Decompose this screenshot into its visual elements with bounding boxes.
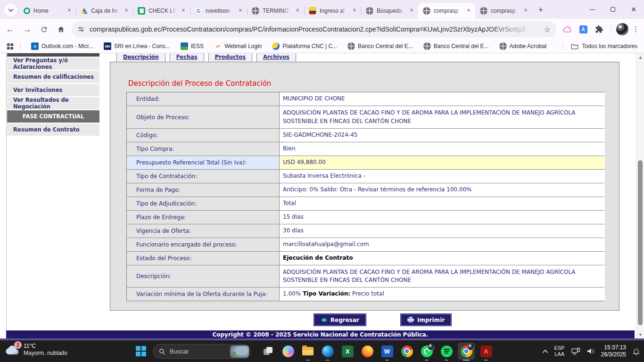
firefox-icon[interactable] — [357, 340, 377, 362]
forward-button[interactable]: → — [20, 22, 34, 36]
bookmark-outlook[interactable]: O Outlook.com - Micr... — [31, 42, 93, 50]
row-label: Estado del Proceso: — [127, 252, 280, 265]
tab-fechas[interactable]: Fechas — [170, 53, 204, 62]
browser-tab[interactable]: Home × — [19, 3, 76, 19]
url-text[interactable]: compraspublicas.gob.ec/ProcesoContrataci… — [90, 25, 540, 33]
clock[interactable]: 15:37:13 26/3/2025 — [601, 344, 626, 358]
chrome-icon[interactable] — [397, 340, 417, 362]
browser-tab[interactable]: CHECK LIS × — [133, 3, 190, 19]
browser-tab[interactable]: comprasp × — [475, 3, 532, 19]
close-window-button[interactable]: × — [623, 0, 644, 19]
chrome-active-icon[interactable] — [456, 340, 476, 362]
sidebar-item-preguntas[interactable]: Ver Preguntas y/ó Aclaraciones — [7, 58, 99, 70]
minimize-button[interactable] — [582, 0, 603, 19]
cloud-icon: 2 — [5, 344, 20, 355]
reload-button[interactable] — [37, 22, 51, 36]
extensions-puzzle-icon[interactable] — [593, 23, 605, 35]
tab-archivos[interactable]: Archivos — [256, 53, 296, 62]
new-tab-button[interactable]: + — [534, 3, 547, 16]
scroll-up-arrow[interactable]: ▲ — [636, 53, 644, 61]
close-icon[interactable]: × — [465, 7, 472, 15]
copyright-bar: Copyright © 2008 - 2025 Servicio Naciona… — [6, 330, 635, 338]
copilot-icon[interactable] — [278, 340, 298, 362]
tab-descripcion[interactable]: Descripción — [116, 53, 165, 62]
maximize-button[interactable] — [603, 0, 623, 19]
notifications-bell-icon[interactable] — [632, 347, 640, 355]
bookmark-star-icon[interactable]: ☆ — [544, 25, 551, 34]
row-value: ADQUISICIÓN PLANTAS DE CACAO FINO Y DE A… — [280, 106, 605, 128]
bookmark-webmail[interactable]: cP Webmail Login — [214, 42, 262, 50]
bookmark-iess[interactable]: IESS — [181, 42, 204, 50]
spotify-icon[interactable] — [437, 340, 456, 362]
bookmark-banco-central-1[interactable]: Banco Central del E... — [347, 42, 413, 50]
content-tabs: Descripción Fechas Productos Archivos — [110, 53, 619, 62]
web-page: Ver Preguntas y/ó Aclaraciones Resumen d… — [0, 53, 644, 338]
all-bookmarks-button[interactable]: Todos los marcadores — [563, 42, 637, 50]
close-icon[interactable]: × — [123, 7, 130, 15]
network-icon[interactable] — [571, 347, 580, 355]
weather-condition: Mayorm. nublado — [24, 350, 67, 357]
close-icon[interactable]: × — [180, 7, 187, 15]
volume-icon[interactable] — [586, 347, 595, 355]
close-icon[interactable]: × — [522, 7, 529, 15]
home-button[interactable] — [54, 22, 68, 36]
sidebar-item-negociacion[interactable]: Ver Resultados de Negociación — [7, 97, 99, 109]
bookmark-banco-central-2[interactable]: Banco Central del E... — [423, 42, 489, 50]
browser-tab[interactable]: Caja de he × — [76, 3, 133, 19]
action-buttons: Regresar Imprimir — [128, 314, 637, 326]
address-bar[interactable]: compraspublicas.gob.ec/ProcesoContrataci… — [72, 21, 556, 37]
close-icon[interactable]: × — [351, 7, 358, 15]
acrobat-icon[interactable]: A — [476, 340, 496, 362]
tab-title: Caja de he — [91, 8, 121, 14]
scroll-down-arrow[interactable]: ▼ — [636, 331, 644, 338]
excel-icon[interactable]: X — [338, 340, 357, 362]
sidebar-section-fase-contractual: FASE CONTRACTUAL — [7, 110, 99, 123]
page-scrollbar[interactable]: ▲ ▼ — [636, 53, 644, 338]
profile-avatar[interactable] — [616, 23, 628, 35]
imprimir-button[interactable]: Imprimir — [401, 314, 451, 326]
translate-icon[interactable]: A — [577, 23, 589, 35]
back-button[interactable]: ← — [3, 22, 17, 36]
browser-tab[interactable]: Ingreso al × — [304, 3, 361, 19]
close-icon[interactable]: × — [237, 7, 244, 15]
file-explorer-icon[interactable] — [298, 340, 318, 362]
search-highlight-image[interactable] — [230, 346, 249, 358]
weather-widget[interactable]: 2 11°C Mayorm. nublado — [5, 343, 67, 357]
tab-search-button[interactable] — [4, 4, 17, 16]
bookmark-cnc[interactable]: Plataforma CNC | C... — [272, 42, 337, 50]
sidebar-item-calificaciones[interactable]: Resumen de calificaciones — [7, 71, 99, 83]
site-settings-icon[interactable] — [77, 25, 85, 33]
apps-grid-icon[interactable] — [7, 43, 14, 50]
bookmark-adobe[interactable]: Adobe Acrobat — [499, 42, 547, 50]
regresar-button[interactable]: Regresar — [314, 314, 366, 326]
table-row: Tipo de Contratación:Subasta Inversa Ele… — [127, 170, 604, 183]
bookmarks-divider — [20, 42, 21, 50]
sidebar-item-resumen-contrato[interactable]: Resumen de Contrato — [7, 123, 99, 136]
close-icon[interactable]: × — [294, 7, 301, 15]
ecuador-crest-icon — [309, 7, 316, 15]
scrollbar-thumb[interactable] — [638, 160, 643, 325]
browser-tab[interactable]: G noveltoon × — [190, 3, 247, 19]
weather-extension-icon[interactable] — [561, 23, 573, 35]
taskbar-search[interactable]: Buscar — [153, 344, 251, 359]
table-row: Plazo de Entrega:15 dias — [127, 211, 604, 224]
close-icon[interactable]: × — [66, 7, 73, 15]
tab-productos[interactable]: Productos — [208, 53, 252, 62]
language-indicator[interactable]: ESP LAA — [554, 345, 565, 357]
whatsapp-icon[interactable] — [417, 340, 437, 362]
browser-tab[interactable]: TERMINO × — [247, 3, 304, 19]
row-label: Descripción: — [127, 265, 280, 287]
bookmark-sri[interactable]: SRI SRI en Línea - Cons... — [104, 42, 170, 50]
task-view-button[interactable] — [258, 340, 278, 362]
sidebar-item-invitaciones[interactable]: Ver Invitaciones — [7, 84, 99, 96]
row-value: Subasta Inversa Electrónica - — [280, 170, 605, 183]
browser-tab-active[interactable]: comprasp × — [418, 3, 475, 19]
start-button[interactable] — [136, 346, 146, 356]
browser-tab[interactable]: Búsqueda × — [361, 3, 418, 19]
word-icon[interactable]: W — [377, 340, 397, 362]
table-row: Tipo Compra:Bien — [127, 142, 604, 156]
browser-menu-icon[interactable]: ⋮ — [632, 25, 639, 33]
close-icon[interactable]: × — [408, 7, 415, 15]
tray-chevron-up-icon[interactable] — [542, 349, 548, 354]
edge-icon[interactable] — [318, 340, 338, 362]
